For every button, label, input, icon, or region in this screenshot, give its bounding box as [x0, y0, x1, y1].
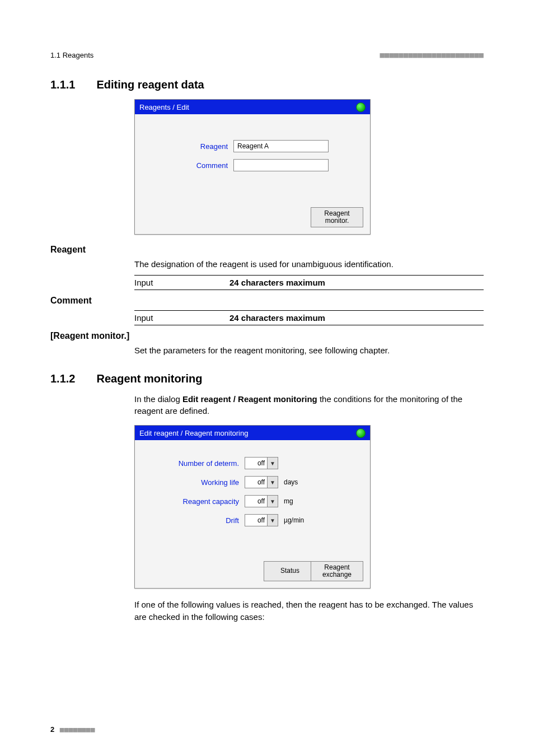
intro-pre: In the dialog: [134, 394, 182, 404]
reagent-input-limit-row: Input 24 characters maximum: [134, 275, 484, 290]
section-1-1-2-intro: In the dialog Edit reagent / Reagent mon…: [134, 393, 484, 418]
unit-label: days: [284, 478, 298, 486]
chevron-down-icon: ▼: [267, 515, 278, 526]
chevron-down-icon: ▼: [267, 458, 278, 469]
reagent-monitor-button[interactable]: Reagent monitor.: [311, 207, 363, 227]
reagent-monitoring-dialog: Edit reagent / Reagent monitoring Number…: [134, 425, 371, 589]
section-number: 1.1.2: [50, 372, 75, 385]
select-value: off: [245, 516, 267, 524]
param-value: 24 characters maximum: [229, 313, 325, 323]
comment-input[interactable]: [233, 159, 329, 171]
working-life-label: Working life: [144, 478, 245, 487]
status-led-icon: [356, 102, 366, 112]
param-label: Input: [134, 278, 229, 287]
def-term-reagent: Reagent: [50, 245, 484, 255]
reagent-input[interactable]: [233, 140, 329, 152]
running-header-left: 1.1 Reagents: [50, 51, 93, 59]
intro-bold: Edit reagent / Reagent monitoring: [182, 394, 317, 404]
dialog-title: Reagents / Edit: [139, 103, 189, 111]
def-desc-reagent: The designation of the reagent is used f…: [134, 258, 484, 270]
select-value: off: [245, 459, 267, 467]
def-term-reagent-monitor: [Reagent monitor.]: [50, 331, 484, 341]
reagent-capacity-select[interactable]: off ▼: [245, 495, 278, 507]
section-1-1-2-heading: 1.1.2 Reagent monitoring: [50, 372, 484, 385]
running-header: 1.1 Reagents ■■■■■■■■■■■■■■■■■■■■■■: [50, 50, 484, 59]
number-determ-select[interactable]: off ▼: [245, 457, 278, 469]
param-label: Input: [134, 313, 229, 323]
chevron-down-icon: ▼: [267, 496, 278, 507]
reagent-capacity-label: Reagent capacity: [144, 497, 245, 506]
unit-label: mg: [284, 497, 293, 505]
working-life-select[interactable]: off ▼: [245, 476, 278, 488]
def-desc-reagent-monitor: Set the parameters for the reagent monit…: [134, 344, 484, 357]
drift-select[interactable]: off ▼: [245, 514, 278, 526]
header-dashes: ■■■■■■■■■■■■■■■■■■■■■■: [380, 50, 484, 59]
dialog-title: Edit reagent / Reagent monitoring: [139, 429, 248, 437]
reagent-label: Reagent: [144, 142, 233, 151]
chevron-down-icon: ▼: [267, 477, 278, 488]
drift-label: Drift: [144, 516, 245, 525]
def-term-comment: Comment: [50, 296, 484, 306]
section-title: Reagent monitoring: [96, 372, 202, 385]
section-number: 1.1.1: [50, 78, 75, 91]
comment-label: Comment: [144, 161, 233, 170]
comment-input-limit-row: Input 24 characters maximum: [134, 310, 484, 325]
number-determ-label: Number of determ.: [144, 459, 245, 468]
status-button[interactable]: Status: [264, 561, 316, 581]
page-number-value: 2: [50, 725, 54, 734]
status-led-icon: [356, 428, 366, 438]
select-value: off: [245, 497, 267, 505]
page-number: 2 ■■■■■■■■: [50, 725, 95, 734]
section-1-1-1-heading: 1.1.1 Editing reagent data: [50, 78, 484, 91]
page-number-dashes: ■■■■■■■■: [60, 725, 95, 734]
reagents-edit-dialog: Reagents / Edit Reagent Comment Reagent …: [134, 99, 371, 235]
reagent-exchange-button[interactable]: Reagent exchange: [311, 561, 363, 581]
dialog-titlebar: Reagents / Edit: [135, 100, 370, 114]
unit-label: µg/min: [284, 516, 304, 524]
dialog-titlebar: Edit reagent / Reagent monitoring: [135, 426, 370, 440]
section-title: Editing reagent data: [96, 78, 204, 91]
select-value: off: [245, 478, 267, 486]
footer-paragraph: If one of the following values is reache…: [134, 599, 484, 623]
param-value: 24 characters maximum: [229, 278, 325, 287]
